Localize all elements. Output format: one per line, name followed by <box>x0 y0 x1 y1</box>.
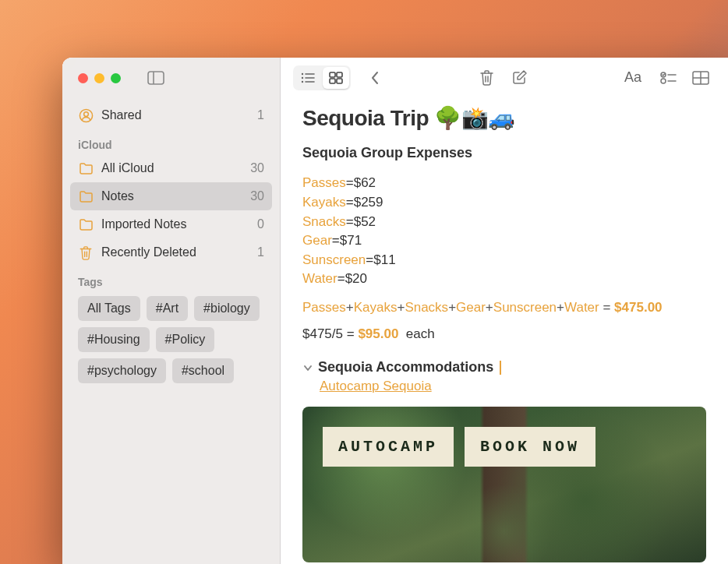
expense-value: $20 <box>345 271 367 286</box>
formula-item: Kayaks <box>354 300 398 315</box>
sidebar-folder-item[interactable]: Imported Notes0 <box>70 210 272 238</box>
minimize-window-button[interactable] <box>94 73 104 83</box>
shared-icon <box>78 108 94 123</box>
per-person-line: $475/5 = $95.00 each <box>302 326 706 342</box>
svg-rect-0 <box>148 72 164 84</box>
svg-point-3 <box>83 111 88 116</box>
titlebar <box>62 58 280 98</box>
delete-note-button[interactable] <box>472 66 501 90</box>
svg-point-20 <box>661 79 666 83</box>
svg-rect-12 <box>330 72 335 77</box>
sidebar-folder-item[interactable]: All iCloud30 <box>70 154 272 182</box>
svg-point-2 <box>80 109 92 122</box>
toolbar: Aa <box>281 58 728 97</box>
section-header-icloud: iCloud <box>70 129 272 154</box>
sidebar-folder-item[interactable]: Notes30 <box>70 182 272 210</box>
accommodations-heading-row[interactable]: Sequoia Accommodations <box>302 359 706 375</box>
fullscreen-window-button[interactable] <box>111 73 121 83</box>
trash-icon <box>78 245 94 260</box>
chevron-left-icon <box>370 71 380 85</box>
compose-icon <box>511 69 528 86</box>
formula-item: Gear <box>456 300 486 315</box>
formula-item: Water <box>564 300 599 315</box>
expense-name: Sunscreen <box>302 252 366 267</box>
expense-name: Passes <box>302 175 346 190</box>
each-equals: = <box>347 326 355 341</box>
tag-pill[interactable]: #school <box>172 358 234 383</box>
tag-pill[interactable]: All Tags <box>78 296 140 321</box>
link-preview-image[interactable]: AUTOCAMP BOOK NOW <box>302 407 706 562</box>
expense-line: Snacks=$52 <box>302 213 706 232</box>
svg-rect-14 <box>330 79 335 83</box>
sidebar-folder-item[interactable]: Recently Deleted1 <box>70 238 272 266</box>
back-button[interactable] <box>360 66 390 90</box>
table-button[interactable] <box>686 66 716 90</box>
sidebar-item-count: 30 <box>250 161 264 175</box>
expense-value: $71 <box>340 233 362 248</box>
list-view-button[interactable] <box>295 67 321 89</box>
view-mode-group <box>293 65 351 90</box>
formula-item: Sunscreen <box>493 300 557 315</box>
expense-value: $259 <box>354 195 383 210</box>
svg-rect-13 <box>337 72 342 77</box>
tags-container: All Tags#Art#biology#Housing#Policy#psyc… <box>70 291 272 388</box>
folder-icon <box>78 162 94 174</box>
folder-icon <box>78 218 94 231</box>
svg-rect-15 <box>337 79 342 83</box>
expense-name: Gear <box>302 233 332 248</box>
formula-item: Snacks <box>405 300 448 315</box>
expense-value: $62 <box>354 175 376 190</box>
expense-value: $11 <box>373 252 395 267</box>
list-icon <box>301 72 315 83</box>
preview-logo-button: AUTOCAMP <box>323 427 454 467</box>
tag-pill[interactable]: #Policy <box>156 327 215 352</box>
svg-point-10 <box>302 80 303 82</box>
sidebar-item-count: 1 <box>257 245 264 259</box>
expense-line: Sunscreen=$11 <box>302 251 706 270</box>
sidebar-item-label: Notes <box>101 189 134 203</box>
main-pane: Aa Sequoia Trip 🌳📸🚙 Sequoia Group Expens… <box>281 58 728 564</box>
sidebar-icon <box>147 71 164 85</box>
note-title: Sequoia Trip 🌳📸🚙 <box>302 105 706 131</box>
checklist-button[interactable] <box>653 66 683 90</box>
svg-point-6 <box>302 72 303 74</box>
folder-icon <box>78 190 94 203</box>
tag-pill[interactable]: #biology <box>194 296 260 321</box>
sidebar-item-label: Imported Notes <box>101 217 186 231</box>
tag-pill[interactable]: #Art <box>147 296 188 321</box>
tag-pill[interactable]: #psychology <box>78 358 166 383</box>
expense-line: Water=$20 <box>302 270 706 289</box>
format-icon: Aa <box>624 69 641 86</box>
checklist-icon <box>660 71 677 85</box>
sidebar-item-label: Recently Deleted <box>101 245 196 259</box>
grid-icon <box>329 72 343 84</box>
chevron-down-icon <box>302 362 313 373</box>
sidebar-item-count: 30 <box>250 189 264 203</box>
sidebar-item-label: Shared <box>101 108 142 122</box>
new-note-button[interactable] <box>504 66 534 90</box>
trash-icon <box>479 69 494 86</box>
app-window: Shared 1 iCloud All iCloud30Notes30Impor… <box>62 58 728 564</box>
svg-point-8 <box>302 76 303 78</box>
section-header-tags: Tags <box>70 266 272 291</box>
window-controls <box>78 73 121 83</box>
toggle-sidebar-button[interactable] <box>147 71 164 85</box>
format-button[interactable]: Aa <box>616 66 650 90</box>
note-content[interactable]: Sequoia Trip 🌳📸🚙 Sequoia Group Expenses … <box>281 97 728 564</box>
sidebar: Shared 1 iCloud All iCloud30Notes30Impor… <box>62 58 281 564</box>
sidebar-item-label: All iCloud <box>101 161 154 175</box>
expense-line: Gear=$71 <box>302 231 706 251</box>
sidebar-item-shared[interactable]: Shared 1 <box>70 101 272 129</box>
expense-name: Snacks <box>302 214 346 229</box>
expense-value: $52 <box>354 214 376 229</box>
expense-line: Kayaks=$259 <box>302 193 706 213</box>
close-window-button[interactable] <box>78 73 88 83</box>
expense-name: Water <box>302 271 337 286</box>
formula-total: $475.00 <box>614 300 662 315</box>
accommodation-link[interactable]: Autocamp Sequoia <box>320 379 432 394</box>
gallery-view-button[interactable] <box>323 67 349 89</box>
preview-book-button: BOOK NOW <box>465 427 595 467</box>
expense-line: Passes=$62 <box>302 174 706 193</box>
each-prefix: $475/5 <box>302 326 343 341</box>
tag-pill[interactable]: #Housing <box>78 327 150 352</box>
